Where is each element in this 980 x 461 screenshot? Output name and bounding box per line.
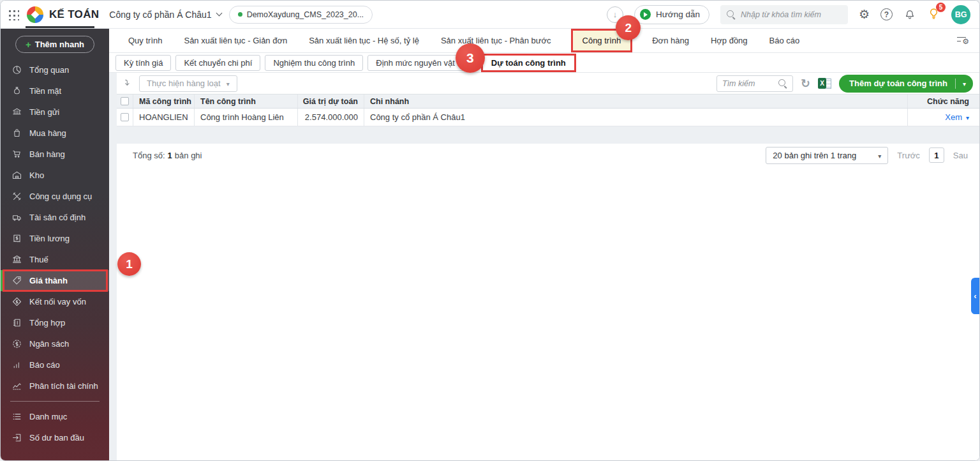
sidebar-item-label: Tổng quan [29, 65, 69, 75]
add-estimate-button[interactable]: Thêm dự toán công trình [839, 75, 973, 93]
select-all-checkbox[interactable] [121, 97, 129, 105]
global-search [720, 5, 848, 24]
apps-grid-icon[interactable] [7, 8, 19, 20]
sidebar: Thêm nhanh Tổng quanTiền mặtTiền gửiMua … [1, 29, 109, 460]
sidebar-divider [10, 401, 100, 402]
subtab[interactable]: Định mức nguyên vật liệu [368, 55, 478, 71]
app-logo-icon[interactable] [27, 6, 43, 23]
sidebar-item[interactable]: Kho [1, 165, 109, 186]
sidebar-item[interactable]: Phân tích tài chính [1, 375, 109, 397]
table-row[interactable]: HOANGLIENCông trình Hoàng Liên2.574.000.… [117, 109, 979, 126]
tab[interactable]: Quy trình [128, 29, 162, 52]
subtab[interactable]: Kỳ tính giá [115, 55, 171, 71]
sidebar-item[interactable]: Tổng hợp [1, 312, 109, 333]
sidebar-item-label: Kho [29, 170, 44, 180]
sidebar-item[interactable]: Mua hàng [1, 123, 109, 144]
money-bag-icon [11, 86, 22, 96]
quick-add-label: Thêm nhanh [35, 40, 84, 49]
view-config-icon[interactable] [956, 35, 969, 46]
tab-label: Sản xuất liên tục - Giản đơn [184, 36, 287, 45]
tab[interactable]: Báo cáo [769, 29, 800, 52]
current-page-box[interactable]: 1 [929, 147, 944, 163]
subtab[interactable]: Nghiệm thu công trình [265, 55, 363, 71]
quick-add-button[interactable]: Thêm nhanh [15, 36, 94, 53]
tab[interactable]: Sản xuất liên tục - Phân bước [441, 29, 551, 52]
sidebar-item[interactable]: Kết nối vay vốn [1, 291, 109, 312]
refresh-icon[interactable] [801, 77, 810, 91]
table-header-cell[interactable]: Tên công trình [195, 94, 298, 108]
sidebar-item[interactable]: Bán hàng [1, 144, 109, 165]
next-page-button[interactable]: Sau [953, 151, 968, 160]
sidebar-item[interactable]: Tài sản cố định [1, 207, 109, 228]
toolbar: Thực hiện hàng loạt Thêm dự toán công tr… [117, 73, 979, 94]
sidebar-item-label: Phân tích tài chính [29, 381, 98, 391]
tab[interactable]: Công trình2 [573, 29, 631, 52]
tab[interactable]: Đơn hàng [652, 29, 689, 52]
tab[interactable]: Hợp đồng [711, 29, 748, 52]
sidebar-item[interactable]: Số dư ban đầu [1, 427, 109, 448]
sidebar-item-label: Bán hàng [29, 149, 65, 159]
header-right: Hướng dẫn 5 BG [607, 5, 970, 24]
tab[interactable]: Sản xuất liên tục - Giản đơn [184, 29, 287, 52]
help-icon[interactable] [880, 8, 893, 20]
sidebar-item[interactable]: Tiền gửi [1, 102, 109, 123]
user-avatar[interactable]: BG [951, 5, 970, 24]
table-header-cell[interactable]: Mã công trình [133, 94, 195, 108]
page-size-select[interactable]: 20 bản ghi trên 1 trang [766, 147, 888, 164]
company-selector[interactable]: Công ty cổ phần Á Châu1 [109, 10, 221, 20]
tab-label: Hợp đồng [711, 36, 748, 45]
sidebar-item[interactable]: Ngân sách [1, 333, 109, 354]
tab-label: Đơn hàng [652, 36, 689, 45]
bar-chart-icon [11, 359, 22, 370]
subtab[interactable]: Kết chuyển chi phí [175, 55, 260, 71]
sidebar-item[interactable]: Báo cáo [1, 354, 109, 375]
sidebar-item[interactable]: Giá thành1 [1, 270, 109, 291]
chevron-down-icon [216, 10, 222, 17]
subtab[interactable]: Dự toán công trình3 [483, 55, 574, 71]
sidebar-item[interactable]: Tiền mặt [1, 80, 109, 102]
tab[interactable]: Sản xuất liên tục - Hệ số, tỷ lệ [309, 29, 419, 52]
sidebar-item-label: Số dư ban đầu [29, 433, 84, 442]
guide-button[interactable]: Hướng dẫn [634, 5, 709, 24]
sidebar-item[interactable]: Danh mục [1, 406, 109, 427]
view-action-button[interactable]: Xem [945, 112, 969, 122]
bell-icon[interactable] [903, 8, 916, 21]
settings-gear-icon[interactable] [859, 7, 870, 22]
database-badge[interactable]: DemoXaydung_CMS_2023_20... [229, 6, 373, 24]
caret-down-icon [878, 151, 881, 160]
cell-branch: Công ty cổ phần Á Châu1 [364, 109, 908, 126]
tab-label: Báo cáo [769, 36, 800, 45]
sort-arrow-icon[interactable] [121, 78, 133, 89]
global-search-input[interactable] [741, 10, 842, 19]
subtab-label: Dự toán công trình [491, 58, 566, 68]
row-checkbox[interactable] [121, 113, 129, 121]
subtab-label: Kỳ tính giá [124, 58, 163, 68]
sidebar-item[interactable]: Tiền lương [1, 228, 109, 249]
collapse-panel-toggle[interactable] [971, 278, 979, 314]
sidebar-item[interactable]: Thuế [1, 249, 109, 270]
tools-icon [11, 191, 22, 202]
download-icon[interactable] [607, 6, 623, 23]
table-header-cell[interactable]: Chức năng [908, 94, 979, 108]
notification-badge: 5 [936, 3, 946, 12]
prev-page-button[interactable]: Trước [897, 151, 920, 160]
cart-icon [11, 149, 22, 160]
promo-icon[interactable]: 5 [927, 7, 940, 22]
excel-export-icon[interactable] [818, 78, 831, 89]
caret-down-icon [956, 79, 973, 88]
sidebar-item-label: Tiền gửi [29, 107, 59, 117]
data-table: Mã công trìnhTên công trìnhGiá trị dự to… [117, 94, 979, 126]
table-header-cell[interactable]: Giá trị dự toán [298, 94, 364, 108]
table-header-cell[interactable]: Chi nhánh [364, 94, 908, 108]
table-body: HOANGLIENCông trình Hoàng Liên2.574.000.… [117, 109, 979, 126]
cell-project-code: HOANGLIEN [133, 109, 195, 126]
pie-chart-icon [11, 64, 22, 75]
search-icon [778, 79, 787, 88]
sidebar-item-label: Công cụ dụng cụ [29, 192, 92, 201]
toolbar-right: Thêm dự toán công trình [716, 75, 973, 93]
sidebar-item[interactable]: Công cụ dụng cụ [1, 186, 109, 207]
table-search-input[interactable] [722, 79, 775, 88]
batch-action-button[interactable]: Thực hiện hàng loạt [139, 75, 237, 92]
record-total: Tổng số: 1 bản ghi [133, 151, 202, 160]
sidebar-item[interactable]: Tổng quan [1, 59, 109, 80]
